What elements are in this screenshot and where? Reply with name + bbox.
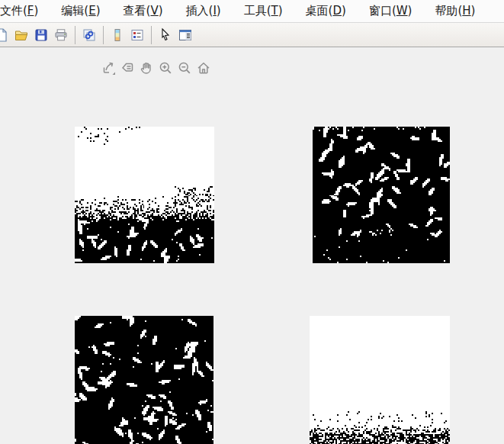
save-floppy-icon [34,27,49,43]
pan-button[interactable] [137,59,156,77]
property-editor-icon [178,27,193,43]
home-icon [195,60,212,76]
menu-desktop-mnemonic: D [332,4,342,18]
data-tips-button[interactable] [118,59,136,77]
axes-toolbar [99,59,213,77]
printer-icon [53,27,69,43]
open-folder-icon [14,27,29,43]
link-plot-icon [82,27,97,43]
menu-file-label: 文件( [0,4,27,18]
menu-tools-mnemonic: T [271,4,278,18]
menu-view-label: 查看( [124,4,151,18]
edit-plot-button[interactable] [156,25,175,45]
menu-window-mnemonic: W [396,4,408,18]
zoom-out-button[interactable] [175,59,194,77]
zoom-in-icon [157,60,174,76]
binary-image-top-left[interactable] [75,127,214,263]
menu-tools-suffix: ) [278,4,283,18]
menu-window[interactable]: 窗口(W) [358,1,424,21]
pan-hand-icon [138,60,155,76]
menu-bar: 文件(F) 编辑(E) 查看(V) 插入(I) 工具(T) 桌面(D) 窗口(W… [0,0,504,23]
toolbar-separator [103,26,104,44]
menu-help[interactable]: 帮助(H) [423,1,486,21]
link-plot-button[interactable] [79,25,99,45]
figure-canvas-area: 知乎 @清逸 [0,47,504,444]
menu-help-label: 帮助( [435,4,462,18]
open-file-button[interactable] [11,25,31,45]
restore-view-button[interactable] [194,59,213,77]
print-figure-button[interactable] [51,25,71,45]
menu-insert-suffix: ) [217,4,221,18]
menu-view-mnemonic: V [150,4,158,18]
menu-file-suffix: ) [34,4,39,18]
property-editor-button[interactable] [175,25,195,45]
zoom-in-button[interactable] [156,59,175,77]
menu-insert[interactable]: 插入(I) [175,1,233,21]
menu-help-suffix: ) [471,4,476,18]
figure-toolbar [0,23,504,47]
insert-legend-button[interactable] [127,25,147,45]
export-icon [100,60,117,76]
datatip-icon [119,60,136,76]
export-button[interactable] [99,59,117,77]
new-figure-button[interactable] [0,25,11,45]
colorbar-icon [110,27,125,43]
menu-window-suffix: ) [408,4,413,18]
new-document-icon [0,27,9,43]
menu-view[interactable]: 查看(V) [112,1,175,21]
menu-edit-mnemonic: E [88,4,95,18]
binary-image-bottom-right[interactable] [310,316,450,444]
menu-desktop[interactable]: 桌面(D) [294,1,358,21]
menu-edit[interactable]: 编辑(E) [50,1,111,21]
menu-view-suffix: ) [159,4,163,18]
zoom-out-icon [176,60,193,76]
toolbar-separator [75,26,75,44]
binary-image-top-right[interactable] [313,127,450,263]
menu-help-mnemonic: H [462,4,470,18]
menu-edit-suffix: ) [96,4,101,18]
menu-file-mnemonic: F [27,4,34,18]
toolbar-separator [151,26,152,44]
menu-file[interactable]: 文件(F) [0,1,50,21]
insert-colorbar-button[interactable] [108,25,127,45]
menu-edit-label: 编辑( [61,4,88,18]
menu-tools-label: 工具( [244,4,271,18]
binary-image-bottom-left[interactable] [75,316,213,444]
menu-desktop-label: 桌面( [306,4,333,18]
save-figure-button[interactable] [31,25,51,45]
legend-icon [130,27,145,43]
menu-tools[interactable]: 工具(T) [233,1,294,21]
menu-window-label: 窗口( [369,4,396,18]
menu-desktop-suffix: ) [342,4,346,18]
menu-insert-label: 插入( [186,4,213,18]
cursor-arrow-icon [158,27,173,43]
